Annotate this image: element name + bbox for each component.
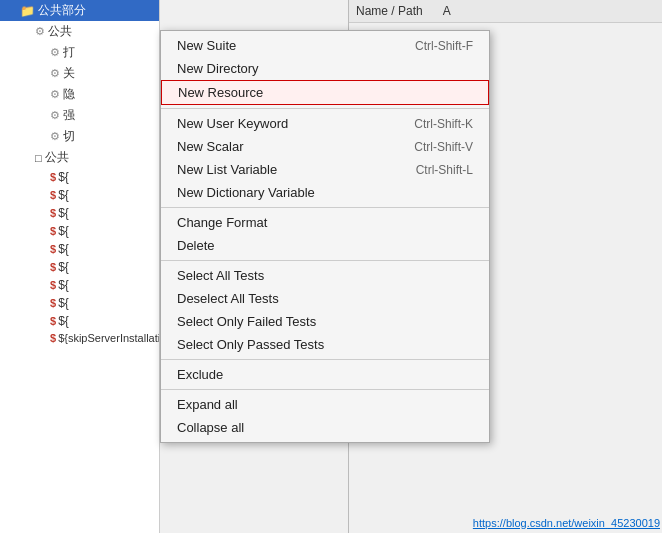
tree-label: ${ — [58, 314, 69, 328]
folder-icon: 📁 — [20, 4, 35, 18]
tree-node-skip[interactable]: $ ${skipServerInstallation} — [0, 330, 159, 346]
gear-icon: ⚙ — [50, 130, 60, 143]
menu-item-select-passed[interactable]: Select Only Passed Tests — [161, 333, 489, 356]
menu-item-label: Select Only Passed Tests — [177, 337, 324, 352]
dollar-icon: $ — [50, 332, 56, 344]
tree-node-13[interactable]: $ ${ — [0, 258, 159, 276]
header-name-path: Name / Path — [356, 4, 423, 18]
tree-label: 强 — [63, 107, 75, 124]
tree-label: ${ — [58, 206, 69, 220]
menu-item-label: Exclude — [177, 367, 223, 382]
menu-item-new-resource[interactable]: New Resource — [161, 80, 489, 105]
menu-separator-4 — [161, 359, 489, 360]
dollar-icon: $ — [50, 171, 56, 183]
tree-node-1[interactable]: ⚙ 公共 — [0, 21, 159, 42]
tree-node-4[interactable]: ⚙ 隐 — [0, 84, 159, 105]
context-menu: New Suite Ctrl-Shift-F New Directory New… — [160, 30, 490, 443]
menu-item-label: New Suite — [177, 38, 236, 53]
tree-node-11[interactable]: $ ${ — [0, 222, 159, 240]
menu-item-new-directory[interactable]: New Directory — [161, 57, 489, 80]
tree-node-7[interactable]: □ 公共 — [0, 147, 159, 168]
tree-node-10[interactable]: $ ${ — [0, 204, 159, 222]
tree-node-2[interactable]: ⚙ 打 — [0, 42, 159, 63]
menu-separator-5 — [161, 389, 489, 390]
menu-item-collapse-all[interactable]: Collapse all — [161, 416, 489, 439]
tree-node-16[interactable]: $ ${ — [0, 312, 159, 330]
menu-item-new-dict-variable[interactable]: New Dictionary Variable — [161, 181, 489, 204]
background-panel: 📁 公共部分 ⚙ 公共 ⚙ 打 ⚙ 关 ⚙ 隐 ⚙ 强 ⚙ 切 □ 公共 — [0, 0, 662, 533]
tree-node-9[interactable]: $ ${ — [0, 186, 159, 204]
menu-item-new-scalar[interactable]: New Scalar Ctrl-Shift-V — [161, 135, 489, 158]
dollar-icon: $ — [50, 207, 56, 219]
menu-item-label: New User Keyword — [177, 116, 288, 131]
menu-item-label: Delete — [177, 238, 215, 253]
dollar-icon: $ — [50, 297, 56, 309]
menu-item-deselect-all-tests[interactable]: Deselect All Tests — [161, 287, 489, 310]
menu-separator-1 — [161, 108, 489, 109]
gear-icon: ⚙ — [35, 25, 45, 38]
menu-item-new-user-keyword[interactable]: New User Keyword Ctrl-Shift-K — [161, 112, 489, 135]
dollar-icon: $ — [50, 315, 56, 327]
menu-item-label: New Scalar — [177, 139, 243, 154]
menu-item-new-suite[interactable]: New Suite Ctrl-Shift-F — [161, 34, 489, 57]
dollar-icon: $ — [50, 189, 56, 201]
menu-item-new-list-variable[interactable]: New List Variable Ctrl-Shift-L — [161, 158, 489, 181]
menu-item-label: New Directory — [177, 61, 259, 76]
tree-node-15[interactable]: $ ${ — [0, 294, 159, 312]
menu-item-label: Expand all — [177, 397, 238, 412]
tree-label: ${ — [58, 296, 69, 310]
menu-item-label: Select All Tests — [177, 268, 264, 283]
tree-label: 隐 — [63, 86, 75, 103]
tree-node-8[interactable]: $ ${ — [0, 168, 159, 186]
menu-item-shortcut: Ctrl-Shift-L — [416, 163, 473, 177]
watermark: https://blog.csdn.net/weixin_45230019 — [473, 517, 660, 529]
menu-item-label: Change Format — [177, 215, 267, 230]
menu-item-shortcut: Ctrl-Shift-K — [414, 117, 473, 131]
tree-label: 关 — [63, 65, 75, 82]
tree-node-12[interactable]: $ ${ — [0, 240, 159, 258]
tree-label: ${ — [58, 278, 69, 292]
tree-node-14[interactable]: $ ${ — [0, 276, 159, 294]
folder-icon-2: □ — [35, 152, 42, 164]
menu-item-label: Collapse all — [177, 420, 244, 435]
tree-node-3[interactable]: ⚙ 关 — [0, 63, 159, 84]
gear-icon: ⚙ — [50, 88, 60, 101]
dollar-icon: $ — [50, 279, 56, 291]
dollar-icon: $ — [50, 225, 56, 237]
tree-node-6[interactable]: ⚙ 切 — [0, 126, 159, 147]
dollar-icon: $ — [50, 243, 56, 255]
menu-item-select-all-tests[interactable]: Select All Tests — [161, 264, 489, 287]
tree-label: 打 — [63, 44, 75, 61]
menu-item-shortcut: Ctrl-Shift-V — [414, 140, 473, 154]
menu-item-label: New List Variable — [177, 162, 277, 177]
tree-label: ${ — [58, 188, 69, 202]
menu-item-delete[interactable]: Delete — [161, 234, 489, 257]
tree-label: ${ — [58, 242, 69, 256]
tree-label: 切 — [63, 128, 75, 145]
menu-item-label: Select Only Failed Tests — [177, 314, 316, 329]
tree-label: 公共部分 — [38, 2, 86, 19]
tree-label: 公共 — [45, 149, 69, 166]
tree-label: 公共 — [48, 23, 72, 40]
gear-icon: ⚙ — [50, 109, 60, 122]
menu-item-expand-all[interactable]: Expand all — [161, 393, 489, 416]
menu-separator-3 — [161, 260, 489, 261]
dollar-icon: $ — [50, 261, 56, 273]
gear-icon: ⚙ — [50, 46, 60, 59]
menu-item-select-failed[interactable]: Select Only Failed Tests — [161, 310, 489, 333]
tree-node-5[interactable]: ⚙ 强 — [0, 105, 159, 126]
tree-label: ${ — [58, 170, 69, 184]
menu-item-label: Deselect All Tests — [177, 291, 279, 306]
right-panel-header: Name / Path A — [348, 0, 662, 23]
tree-label-skip: ${skipServerInstallation} — [58, 332, 160, 344]
header-col2: A — [443, 4, 451, 18]
menu-item-exclude[interactable]: Exclude — [161, 363, 489, 386]
menu-item-change-format[interactable]: Change Format — [161, 211, 489, 234]
menu-separator-2 — [161, 207, 489, 208]
menu-item-shortcut: Ctrl-Shift-F — [415, 39, 473, 53]
tree-node-gongong[interactable]: 📁 公共部分 — [0, 0, 159, 21]
tree-label: ${ — [58, 224, 69, 238]
menu-item-label: New Resource — [178, 85, 263, 100]
tree-panel: 📁 公共部分 ⚙ 公共 ⚙ 打 ⚙ 关 ⚙ 隐 ⚙ 强 ⚙ 切 □ 公共 — [0, 0, 160, 533]
menu-item-label: New Dictionary Variable — [177, 185, 315, 200]
